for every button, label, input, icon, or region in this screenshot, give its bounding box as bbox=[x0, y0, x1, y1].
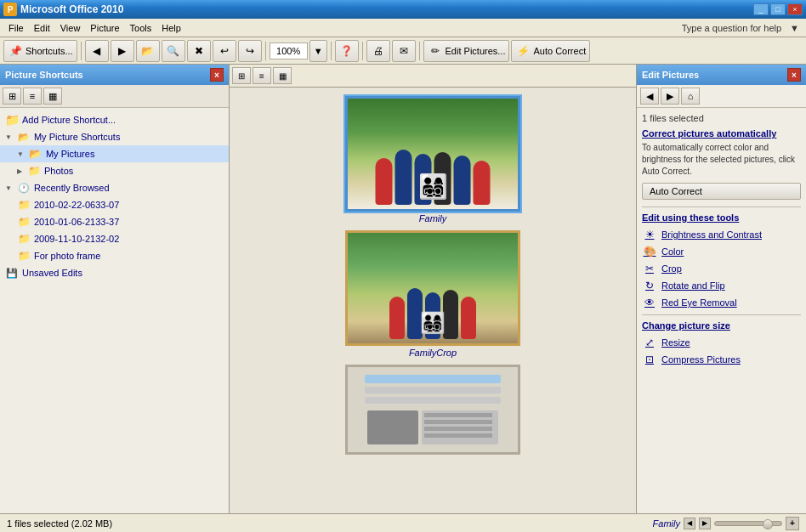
unsaved-edits-item[interactable]: 💾 Unsaved Edits bbox=[0, 264, 229, 281]
menu-help[interactable]: Help bbox=[156, 21, 186, 35]
help-search-arrow[interactable]: ▼ bbox=[786, 23, 803, 33]
app-title: Microsoft Office 2010 bbox=[20, 3, 123, 15]
delete-icon: ✖ bbox=[191, 43, 207, 59]
zoom-slider[interactable] bbox=[714, 521, 782, 526]
edit-close-button[interactable]: × bbox=[787, 68, 801, 82]
tree-area: 📁 Add Picture Shortcut... ▼ 📂 My Picture… bbox=[0, 108, 229, 513]
photos-grid: Family FamilyCrop bbox=[230, 88, 636, 513]
folder-up-button[interactable]: 📂 bbox=[136, 40, 160, 62]
search-button[interactable]: 🔍 bbox=[162, 40, 185, 62]
edit-pictures-button[interactable]: ✏ Edit Pictures... bbox=[423, 40, 510, 62]
my-pictures-item[interactable]: ▼ 📂 My Pictures bbox=[0, 145, 229, 162]
zoom-input[interactable] bbox=[270, 42, 308, 59]
separator-3 bbox=[331, 42, 332, 60]
my-shortcuts-item[interactable]: ▼ 📂 My Picture Shortcuts bbox=[0, 128, 229, 145]
recent-item-3[interactable]: 📁 For photo frame bbox=[0, 247, 229, 264]
photos-expand: ▶ bbox=[17, 167, 22, 175]
my-pictures-label: My Pictures bbox=[46, 149, 94, 159]
undo-button[interactable]: ↩ bbox=[213, 40, 236, 62]
title-controls[interactable]: _ □ × bbox=[753, 3, 803, 15]
photo-item-2[interactable] bbox=[345, 365, 520, 455]
auto-correct-button[interactable]: ⚡ Auto Correct bbox=[511, 40, 590, 62]
nav-forward-button[interactable]: ▶ bbox=[699, 518, 711, 529]
shortcuts-button[interactable]: 📌 Shortcuts... bbox=[3, 40, 77, 62]
photo-frame-2[interactable] bbox=[345, 365, 520, 455]
recently-browsed-item[interactable]: ▼ 🕐 Recently Browsed bbox=[0, 179, 229, 196]
auto-correct-label: Auto Correct bbox=[533, 46, 586, 56]
zoom-dropdown[interactable]: ▼ bbox=[309, 40, 327, 62]
tool-brightness[interactable]: ☀ Brightness and Contrast bbox=[642, 226, 801, 243]
menu-picture[interactable]: Picture bbox=[85, 21, 124, 35]
title-bar: P Microsoft Office 2010 _ □ × bbox=[0, 0, 806, 19]
print-button[interactable]: 🖨 bbox=[366, 40, 390, 62]
separator-4 bbox=[362, 42, 363, 60]
my-shortcuts-expand: ▼ bbox=[5, 133, 12, 141]
zoom-out-button[interactable]: + bbox=[786, 517, 799, 530]
redo-button[interactable]: ↪ bbox=[238, 40, 262, 62]
delete-button[interactable]: ✖ bbox=[187, 40, 211, 62]
help-search[interactable]: Type a question for help bbox=[677, 23, 786, 33]
unsaved-label: Unsaved Edits bbox=[22, 268, 82, 278]
title-bar-left: P Microsoft Office 2010 bbox=[3, 3, 123, 16]
panel-tb-btn-1[interactable]: ⊞ bbox=[3, 88, 21, 105]
edit-tb-back[interactable]: ◀ bbox=[640, 88, 659, 105]
tool-color[interactable]: 🎨 Color bbox=[642, 243, 801, 260]
help-icon: ❓ bbox=[339, 43, 355, 59]
panel-tb-btn-3[interactable]: ▦ bbox=[43, 88, 62, 105]
resize-icon: ⤢ bbox=[642, 336, 657, 349]
panel-tb-btn-2[interactable]: ≡ bbox=[23, 88, 42, 105]
recent-item-0[interactable]: 📁 2010-02-22-0633-07 bbox=[0, 196, 229, 213]
recent-label-1: 2010-01-06-2133-37 bbox=[34, 217, 119, 227]
menu-file[interactable]: File bbox=[3, 21, 29, 35]
panel-close-button[interactable]: × bbox=[210, 68, 224, 82]
back-button[interactable]: ◀ bbox=[85, 40, 109, 62]
recent-icon-3: 📁 bbox=[17, 249, 31, 263]
toolbar: 📌 Shortcuts... ◀ ▶ 📂 🔍 ✖ ↩ ↪ ▼ ❓ 🖨 ✉ ✏ E… bbox=[0, 37, 806, 65]
email-button[interactable]: ✉ bbox=[392, 40, 416, 62]
menu-tools[interactable]: Tools bbox=[125, 21, 157, 35]
tool-crop[interactable]: ✂ Crop bbox=[642, 260, 801, 277]
maximize-button[interactable]: □ bbox=[770, 3, 786, 15]
photo-frame-1[interactable] bbox=[345, 230, 520, 346]
photo-image-1 bbox=[348, 233, 518, 343]
tool-rotate[interactable]: ↻ Rotate and Flip bbox=[642, 277, 801, 294]
edit-tb-forward[interactable]: ▶ bbox=[661, 88, 679, 105]
photos-item[interactable]: ▶ 📁 Photos bbox=[0, 162, 229, 179]
shortcuts-icon: 📌 bbox=[8, 43, 23, 59]
tool-red-eye[interactable]: 👁 Red Eye Removal bbox=[642, 294, 801, 311]
recent-item-2[interactable]: 📁 2009-11-10-2132-02 bbox=[0, 230, 229, 247]
nav-back-button[interactable]: ◀ bbox=[684, 518, 695, 529]
recent-label-0: 2010-02-22-0633-07 bbox=[34, 200, 119, 210]
undo-icon: ↩ bbox=[217, 43, 232, 59]
close-button[interactable]: × bbox=[787, 3, 803, 15]
photo-frame-0[interactable] bbox=[345, 96, 520, 212]
menu-view[interactable]: View bbox=[55, 21, 86, 35]
folder-up-icon: 📂 bbox=[140, 43, 156, 59]
minimize-button[interactable]: _ bbox=[753, 3, 769, 15]
tools-section-title: Edit using these tools bbox=[642, 212, 801, 223]
center-tb-btn-2[interactable]: ≡ bbox=[253, 67, 271, 84]
forward-button[interactable]: ▶ bbox=[111, 40, 134, 62]
add-shortcut-item[interactable]: 📁 Add Picture Shortcut... bbox=[0, 111, 229, 128]
add-shortcut-label: Add Picture Shortcut... bbox=[22, 115, 116, 125]
tool-brightness-label: Brightness and Contrast bbox=[661, 229, 762, 240]
tool-red-eye-label: Red Eye Removal bbox=[661, 297, 737, 308]
menu-edit[interactable]: Edit bbox=[29, 21, 55, 35]
files-selected: 1 files selected bbox=[642, 113, 801, 123]
recent-item-1[interactable]: 📁 2010-01-06-2133-37 bbox=[0, 213, 229, 230]
edit-panel-content: 1 files selected Correct pictures automa… bbox=[637, 108, 806, 513]
photo-item-0[interactable]: Family bbox=[345, 96, 520, 224]
photo-item-1[interactable]: FamilyCrop bbox=[345, 230, 520, 358]
center-tb-btn-1[interactable]: ⊞ bbox=[232, 67, 251, 84]
redo-icon: ↪ bbox=[242, 43, 258, 59]
edit-tb-home[interactable]: ⌂ bbox=[681, 88, 700, 105]
correct-section-title[interactable]: Correct pictures automatically bbox=[642, 128, 801, 139]
auto-correct-panel-button[interactable]: Auto Correct bbox=[642, 183, 801, 200]
center-tb-btn-3[interactable]: ▦ bbox=[273, 67, 292, 84]
edit-panel-header: Edit Pictures × bbox=[637, 65, 806, 85]
size-section-title: Change picture size bbox=[642, 320, 801, 331]
tool-compress[interactable]: ⊡ Compress Pictures bbox=[642, 351, 801, 368]
correct-desc: To automatically correct color and brigh… bbox=[642, 142, 801, 178]
tool-resize[interactable]: ⤢ Resize bbox=[642, 334, 801, 351]
help-button[interactable]: ❓ bbox=[335, 40, 359, 62]
